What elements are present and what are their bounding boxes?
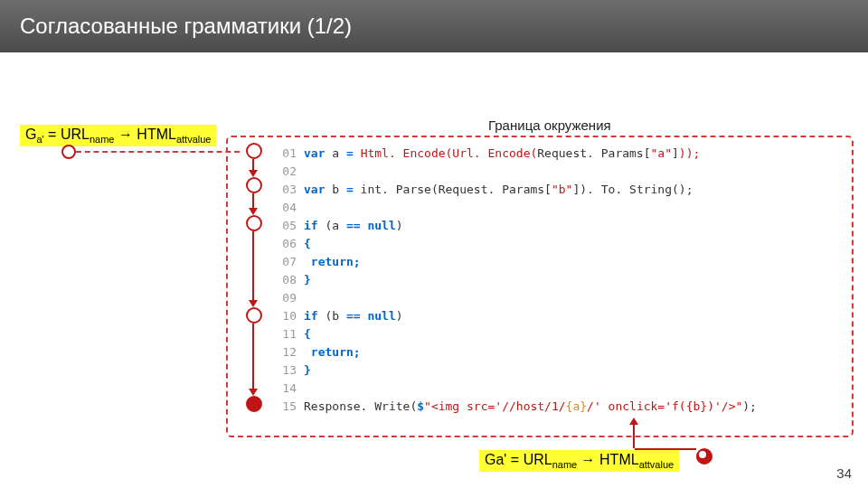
- line-number: 07: [273, 253, 297, 271]
- formula-g: G: [25, 127, 36, 142]
- line-number: 13: [273, 361, 297, 380]
- formula-urlname-sub: name: [90, 134, 115, 145]
- formula-b-arrow: → HTML: [577, 452, 638, 467]
- line-number: 11: [273, 325, 297, 343]
- code-token: {a}: [566, 399, 587, 413]
- code-token: );: [742, 399, 757, 413]
- code-token: return;: [311, 255, 361, 268]
- grammar-formula-bottom: Ga' = URLname → HTMLattvalue: [479, 450, 679, 472]
- flow-graph: [241, 143, 266, 423]
- code-token: (b: [318, 309, 346, 323]
- formula-attvalue-sub: attvalue: [176, 134, 212, 145]
- code-token: var: [304, 183, 325, 196]
- code-line: 10if (b == null): [273, 307, 757, 325]
- line-number: 06: [273, 235, 297, 253]
- formula-arrow: → HTML: [114, 127, 175, 142]
- graph-node-4: [246, 307, 262, 324]
- bottom-arrow-head: [629, 418, 638, 425]
- code-line: 15Response. Write($"<img src='//host/1/{…: [273, 398, 757, 416]
- formula-b-prefix: Ga' = URL: [485, 452, 552, 467]
- code-token: Response. Write(: [304, 399, 417, 413]
- code-token: var: [304, 146, 325, 160]
- grammar-formula-left: Ga' = URLname → HTMLattvalue: [20, 125, 216, 146]
- code-token: b: [325, 183, 345, 196]
- code-line: 07 return;: [273, 253, 757, 271]
- code-token: /' onclick='f({b})'/>": [587, 399, 742, 413]
- arrow-head-4: [249, 389, 258, 396]
- arrow-head-3: [249, 300, 258, 307]
- bottom-graph-node-inner: [699, 451, 706, 458]
- line-number: 12: [273, 343, 297, 361]
- code-token: }: [304, 273, 311, 286]
- code-token: ]). To. String();: [572, 183, 693, 196]
- left-graph-node: [61, 145, 76, 159]
- code-token: =: [346, 146, 354, 160]
- arrow-head-1: [249, 170, 258, 177]
- graph-node-3: [246, 215, 262, 231]
- code-line: 02: [273, 163, 757, 181]
- code-token: {: [304, 237, 311, 250]
- bottom-arrow-vert: [633, 425, 635, 448]
- code-token: [354, 146, 361, 160]
- code-token: [304, 345, 311, 359]
- line-number: 03: [273, 181, 297, 199]
- code-token: "<img src='//host/1/: [424, 399, 566, 413]
- graph-node-end: [246, 396, 262, 412]
- code-line: 06{: [273, 235, 757, 253]
- code-token: if: [304, 309, 318, 323]
- code-token: return;: [311, 345, 361, 359]
- code-token: int. Parse(Request. Params[: [354, 183, 552, 196]
- code-token: ): [396, 309, 403, 323]
- slide-title: Согласованные грамматики (1/2): [20, 14, 352, 39]
- formula-b-sub1: name: [552, 459, 578, 470]
- code-line: 14: [273, 380, 757, 398]
- code-token: ): [396, 219, 403, 232]
- code-token: == null: [346, 219, 396, 232]
- code-line: 12 return;: [273, 343, 757, 361]
- line-number: 02: [273, 163, 297, 181]
- formula-eq: = URL: [44, 127, 90, 142]
- code-line: 03var b = int. Parse(Request. Params["b"…: [273, 181, 757, 199]
- line-number: 09: [273, 289, 297, 307]
- code-token: {: [304, 327, 311, 341]
- code-token: [304, 255, 311, 268]
- code-token: ));: [679, 146, 700, 160]
- line-number: 08: [273, 271, 297, 289]
- code-token: == null: [346, 309, 396, 323]
- code-block: 01var a = Html. Encode(Url. Encode(Reque…: [273, 145, 757, 416]
- code-token: $: [417, 399, 424, 413]
- line-number: 15: [273, 398, 297, 416]
- code-line: 09: [273, 289, 757, 307]
- dashed-link-left: [76, 151, 240, 153]
- line-number: 14: [273, 380, 297, 398]
- graph-node-2: [246, 177, 262, 193]
- code-token: if: [304, 219, 318, 232]
- code-token: ]: [672, 146, 679, 160]
- code-line: 13}: [273, 361, 757, 380]
- formula-ga-sub: a': [36, 134, 43, 145]
- slide-header: Согласованные грамматики (1/2): [0, 0, 868, 52]
- arrow-head-2: [249, 208, 258, 215]
- code-token: }: [304, 363, 311, 377]
- code-token: a: [325, 146, 345, 160]
- code-token: "b": [552, 183, 572, 196]
- code-line: 11{: [273, 325, 757, 343]
- environment-label: Граница окружения: [488, 117, 611, 133]
- formula-b-sub2: attvalue: [639, 459, 675, 470]
- line-number: 10: [273, 307, 297, 325]
- graph-edge-3: [252, 231, 254, 302]
- code-token: Request. Params[: [537, 146, 650, 160]
- slide-body: Граница окружения Ga' = URLname → HTMLat…: [0, 52, 868, 488]
- code-line: 01var a = Html. Encode(Url. Encode(Reque…: [273, 145, 757, 163]
- graph-edge-4: [252, 324, 254, 390]
- code-line: 08}: [273, 271, 757, 289]
- code-line: 04: [273, 199, 757, 217]
- line-number: 04: [273, 199, 297, 217]
- line-number: 01: [273, 145, 297, 163]
- line-number: 05: [273, 217, 297, 235]
- code-token: =: [346, 183, 354, 196]
- code-token: "a": [651, 146, 672, 160]
- graph-node-1: [246, 143, 262, 159]
- code-token: (a: [318, 219, 346, 232]
- code-line: 05if (a == null): [273, 217, 757, 235]
